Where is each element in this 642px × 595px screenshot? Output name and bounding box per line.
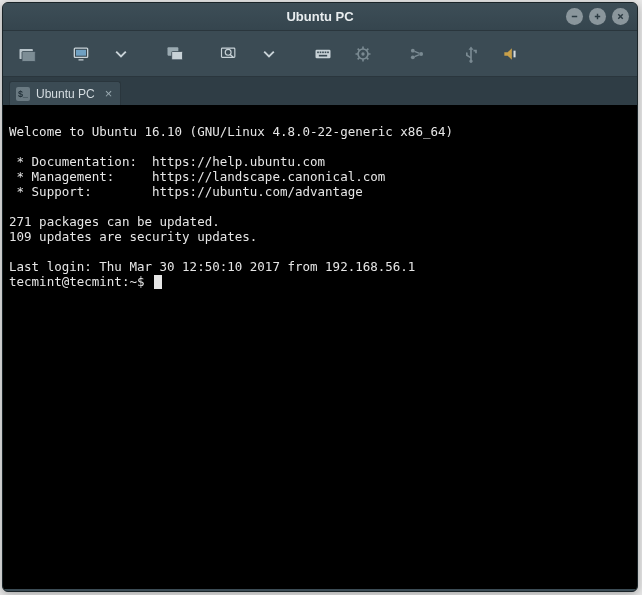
keyboard-button[interactable] bbox=[305, 38, 341, 70]
svg-rect-20 bbox=[327, 51, 329, 53]
svg-point-32 bbox=[411, 48, 415, 52]
svg-rect-17 bbox=[320, 51, 322, 53]
tabbar: $_ Ubuntu PC × bbox=[3, 77, 637, 105]
terminal-prompt: tecmint@tecmint:~$ bbox=[9, 274, 152, 289]
svg-rect-8 bbox=[76, 49, 86, 55]
monitor-dropdown[interactable] bbox=[103, 38, 139, 70]
minimize-button[interactable] bbox=[566, 8, 583, 25]
svg-line-35 bbox=[415, 51, 420, 53]
svg-point-34 bbox=[419, 52, 423, 56]
svg-line-29 bbox=[367, 57, 369, 59]
sound-button[interactable] bbox=[493, 38, 529, 70]
svg-point-33 bbox=[411, 55, 415, 59]
terminal-pane[interactable]: Welcome to Ubuntu 16.10 (GNU/Linux 4.8.0… bbox=[3, 105, 637, 589]
svg-rect-21 bbox=[319, 54, 327, 56]
terminal-line: * Documentation: https://help.ubuntu.com bbox=[9, 154, 325, 169]
titlebar: Ubuntu PC bbox=[3, 3, 637, 31]
svg-line-28 bbox=[358, 48, 360, 50]
settings-button[interactable] bbox=[345, 38, 381, 70]
svg-rect-19 bbox=[325, 51, 327, 53]
window-title: Ubuntu PC bbox=[286, 9, 353, 24]
toolbar bbox=[3, 31, 637, 77]
zoom-dropdown[interactable] bbox=[251, 38, 287, 70]
tab-label: Ubuntu PC bbox=[36, 87, 95, 101]
new-session-button[interactable] bbox=[9, 38, 45, 70]
usb-button[interactable] bbox=[453, 38, 489, 70]
terminal-line: 109 updates are security updates. bbox=[9, 229, 257, 244]
app-window: Ubuntu PC bbox=[2, 2, 638, 592]
terminal-icon: $_ bbox=[16, 87, 30, 101]
terminal-line: Welcome to Ubuntu 16.10 (GNU/Linux 4.8.0… bbox=[9, 124, 453, 139]
svg-point-13 bbox=[225, 49, 231, 55]
terminal-line: 271 packages can be updated. bbox=[9, 214, 220, 229]
terminal-line: * Support: https://ubuntu.com/advantage bbox=[9, 184, 363, 199]
svg-rect-11 bbox=[172, 51, 183, 59]
svg-line-31 bbox=[367, 48, 369, 50]
svg-rect-37 bbox=[514, 50, 516, 57]
svg-line-30 bbox=[358, 57, 360, 59]
svg-line-36 bbox=[415, 54, 420, 56]
close-tab-button[interactable]: × bbox=[105, 86, 113, 101]
monitor-button[interactable] bbox=[63, 38, 99, 70]
tab-session[interactable]: $_ Ubuntu PC × bbox=[9, 81, 121, 105]
svg-rect-15 bbox=[316, 49, 331, 57]
zoom-button[interactable] bbox=[211, 38, 247, 70]
svg-point-23 bbox=[361, 52, 364, 55]
terminal-line: * Management: https://landscape.canonica… bbox=[9, 169, 385, 184]
maximize-button[interactable] bbox=[589, 8, 606, 25]
share-button[interactable] bbox=[399, 38, 435, 70]
close-button[interactable] bbox=[612, 8, 629, 25]
svg-rect-6 bbox=[22, 51, 35, 61]
cursor-icon bbox=[154, 275, 162, 289]
windows-button[interactable] bbox=[157, 38, 193, 70]
svg-rect-18 bbox=[322, 51, 324, 53]
terminal-line: Last login: Thu Mar 30 12:50:10 2017 fro… bbox=[9, 259, 415, 274]
svg-rect-16 bbox=[317, 51, 319, 53]
